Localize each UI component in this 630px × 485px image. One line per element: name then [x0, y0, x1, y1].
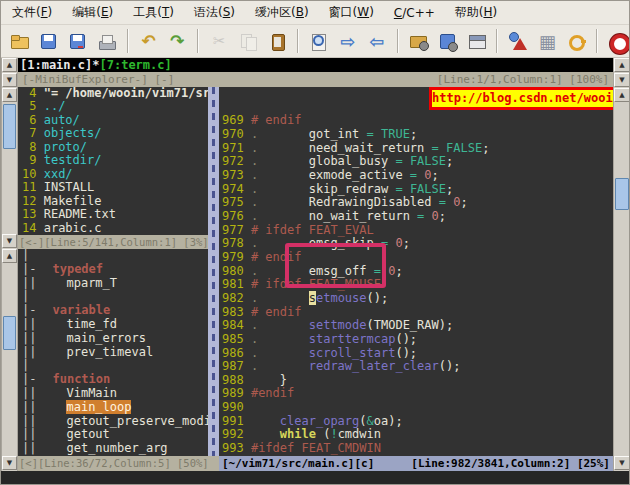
menu-item-cpp[interactable]: C/C++ — [391, 4, 438, 22]
scrollbar-thumb[interactable] — [615, 178, 629, 210]
number: 0 — [395, 236, 402, 250]
code-line-983[interactable]: 983 # endif — [219, 306, 613, 320]
menu-item-syntax[interactable]: 语法(S) — [191, 2, 238, 23]
scroll-up-button[interactable]: ▲ — [2, 58, 17, 72]
copy-pages-icon — [239, 32, 258, 51]
find-replace-button[interactable] — [306, 28, 332, 55]
taglist-item[interactable]: ||VimMain — [22, 387, 208, 401]
code-text: ; — [439, 209, 446, 223]
taglist-item[interactable]: ||time_fd — [22, 318, 208, 332]
code-line-987[interactable]: 987 . redraw_later_clear(); — [219, 360, 613, 374]
save-button[interactable] — [36, 28, 62, 55]
code-line-970[interactable]: 970 . got_int = TRUE; — [219, 128, 613, 142]
explorer-item[interactable]: 11 INSTALL — [22, 181, 208, 194]
code-line-976[interactable]: 976 . no_wait_return = 0; — [219, 210, 613, 224]
taglist-item[interactable]: ||getout_preserve_modifie — [22, 415, 208, 429]
buffer-tab-main-c[interactable]: [1:main.c]* — [20, 58, 99, 72]
paste-button[interactable] — [264, 28, 290, 55]
code-line-974[interactable]: 974 . skip_redraw = FALSE; — [219, 183, 613, 197]
run-script-button[interactable] — [463, 28, 489, 55]
build-tags-button[interactable]: ▦ — [534, 28, 560, 55]
code-line-982[interactable]: 982 . setmouse(); — [219, 292, 613, 306]
redo-button[interactable]: ↷ — [164, 28, 190, 55]
taglist-item[interactable]: |-function — [22, 373, 208, 387]
explorer-item[interactable]: 4 "= /home/wooin/vim71/src/ — [22, 87, 208, 100]
scroll-down-button[interactable]: ▼ — [2, 234, 17, 248]
open-button[interactable] — [7, 28, 33, 55]
explorer-item[interactable]: 14 arabic.c — [22, 222, 208, 235]
code-line-971[interactable]: 971 . need_wait_return = FALSE; — [219, 142, 613, 156]
explorer-item[interactable]: 9 testdir/ — [22, 154, 208, 167]
taglist-item[interactable]: ||mparm_T — [22, 277, 208, 291]
explorer-item[interactable]: 8 proto/ — [22, 141, 208, 154]
menu-item-help[interactable]: 帮助(H) — [452, 2, 500, 23]
menu-item-window[interactable]: 窗口(W) — [326, 2, 377, 23]
help-button[interactable] — [605, 28, 630, 55]
scroll-down-button[interactable]: ▼ — [614, 456, 630, 470]
save-session-button[interactable] — [435, 28, 461, 55]
taglist-item[interactable]: ||main_loop — [22, 401, 208, 415]
explorer-item[interactable]: 5 ../ — [22, 100, 208, 113]
code-line-969[interactable]: 969 # endif — [219, 114, 613, 128]
code-line-988[interactable]: 988 } — [219, 374, 613, 388]
code-line-980[interactable]: 980 . emsg_off = 0; — [219, 265, 613, 279]
left-scrollbar[interactable]: ▲ ▼ ▲ ▼ ▲ ▼ — [1, 58, 18, 471]
menu-item-buffers[interactable]: 缓冲区(B) — [252, 2, 312, 23]
code-line-993[interactable]: 993 #ifdef FEAT_CMDWIN — [219, 442, 613, 456]
code-line-991[interactable]: 991 clear_oparg(&oa); — [219, 415, 613, 429]
load-session-button[interactable] — [406, 28, 432, 55]
explorer-item[interactable]: 6 auto/ — [22, 114, 208, 127]
menu-item-edit[interactable]: 编辑(E) — [69, 2, 116, 23]
code-line-978[interactable]: 978 . emsg_skip = 0; — [219, 237, 613, 251]
scroll-down-button[interactable]: ▼ — [614, 73, 630, 87]
explorer-item[interactable]: 13 README.txt — [22, 208, 208, 221]
code-line-972[interactable]: 972 . global_busy = FALSE; — [219, 155, 613, 169]
command-line[interactable] — [1, 471, 630, 485]
buffer-tab-term-c[interactable]: [7:term.c] — [99, 58, 171, 72]
taglist-item[interactable]: ||getout — [22, 428, 208, 442]
scrollbar-thumb[interactable] — [3, 316, 16, 350]
code-line-973[interactable]: 973 . exmode_active = 0; — [219, 169, 613, 183]
code-line-989[interactable]: 989 #endif — [219, 387, 613, 401]
taglist-tag: getout — [66, 427, 109, 441]
scroll-up-button[interactable]: ▲ — [2, 88, 17, 102]
make-button[interactable] — [505, 28, 531, 55]
line-number: 986 — [222, 346, 251, 360]
explorer-item[interactable]: 12 Makefile — [22, 195, 208, 208]
scroll-up-button[interactable]: ▲ — [614, 58, 630, 72]
vertical-split-separator[interactable] — [208, 87, 219, 456]
menu-item-file[interactable]: 文件(F) — [9, 2, 55, 23]
scroll-down-button[interactable]: ▼ — [2, 456, 17, 470]
save-all-button[interactable] — [65, 28, 91, 55]
code-text — [403, 182, 410, 196]
explorer-item[interactable]: 10 xxd/ — [22, 168, 208, 181]
scroll-down-button[interactable]: ▼ — [2, 73, 17, 87]
undo-button[interactable]: ↶ — [136, 28, 162, 55]
print-button[interactable] — [94, 28, 120, 55]
code-line-990[interactable]: 990 — [219, 401, 613, 415]
taglist-item[interactable]: ||get_number_arg — [22, 442, 208, 456]
code-line-981[interactable]: 981 # ifdef FEAT_MOUSE — [219, 278, 613, 292]
scroll-up-button[interactable]: ▲ — [614, 88, 630, 102]
code-line-977[interactable]: 977 # ifdef FEAT_EVAL — [219, 224, 613, 238]
code-line-975[interactable]: 975 . RedrawingDisabled = 0; — [219, 196, 613, 210]
taglist-item[interactable]: ||prev_timeval — [22, 346, 208, 360]
taglist-item[interactable]: ||main_errors — [22, 332, 208, 346]
taglist-item[interactable]: |-typedef — [22, 263, 208, 277]
code-line-985[interactable]: 985 . starttermcap(); — [219, 333, 613, 347]
code-text — [374, 127, 381, 141]
menu-item-tools[interactable]: 工具(T) — [130, 2, 177, 23]
keyword: while — [280, 427, 316, 441]
explorer-item[interactable]: 7 objects/ — [22, 127, 208, 140]
code-line-979[interactable]: 979 # endif — [219, 251, 613, 265]
scroll-up-button[interactable]: ▲ — [2, 249, 17, 263]
scrollbar-thumb[interactable] — [3, 104, 16, 149]
jump-tag-button[interactable] — [563, 28, 589, 55]
code-line-992[interactable]: 992 while (!cmdwin — [219, 428, 613, 442]
code-line-986[interactable]: 986 . scroll_start(); — [219, 347, 613, 361]
right-scrollbar[interactable]: ▲ ▼ ▲ ▼ — [613, 58, 630, 471]
taglist-item[interactable]: |-variable — [22, 304, 208, 318]
find-prev-button[interactable]: ⇦ — [364, 28, 390, 55]
find-next-button[interactable]: ⇨ — [335, 28, 361, 55]
code-line-984[interactable]: 984 . settmode(TMODE_RAW); — [219, 319, 613, 333]
